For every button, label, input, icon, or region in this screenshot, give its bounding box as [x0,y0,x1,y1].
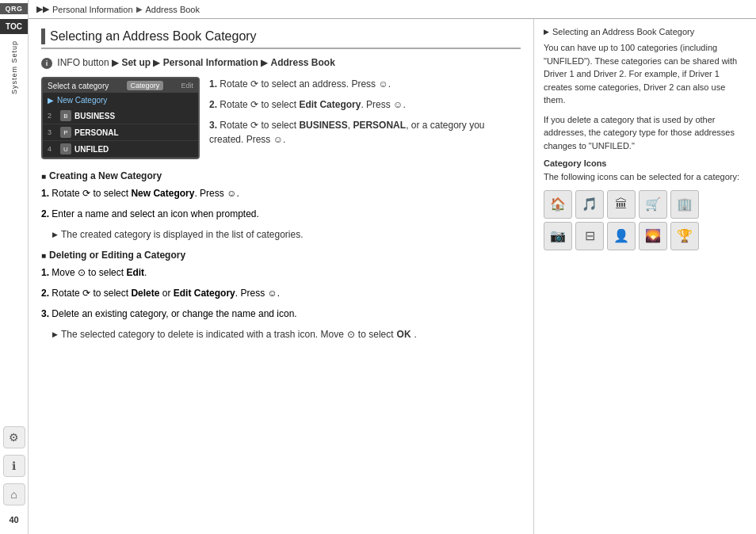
step-2-bold: Edit Category [299,99,361,110]
sidebar: QRG TOC System Setup ⚙ ℹ ⌂ 40 [0,0,29,534]
category-icons-grid: 🏠 🎵 🏛 🛒 🏢 📷 ⊟ 👤 🌄 🏆 [544,190,746,250]
screen-category-btn[interactable]: Category [127,81,164,90]
device-screen: Select a category Category Edit ▶ New Ca… [41,77,200,159]
creating-step-2: 2. Enter a name and select an icon when … [41,207,521,221]
section-heading: Selecting an Address Book Category [41,29,521,49]
cat-icon-8: 👤 [607,222,636,250]
sidebar-info-icon[interactable]: ℹ [3,455,25,477]
cat-icon-3: 🏛 [607,190,636,219]
deleting-heading: Deleting or Editing a Category [41,250,521,261]
deleting-move-icon2: ⊙ [347,327,355,341]
row-label-unfiled: UNFILED [74,145,109,154]
row-label-personal: PERSONAL [74,128,119,137]
cat-icon-5: 🏢 [670,190,699,219]
cat-icon-4: 🛒 [639,190,667,219]
sidebar-wrench-icon[interactable]: ⚙ [3,426,25,448]
step-2-num: 2. [209,99,217,110]
cat-icon-10: 🏆 [670,222,699,250]
right-panel-icons-sub: The following icons can be selected for … [544,170,746,184]
creating-rotate-icon: ⟳ [82,188,90,199]
deleting-step-3-num: 3. [41,308,49,319]
cat-icon-7: ⊟ [575,222,604,250]
deleting-step-2-num: 2. [41,288,49,299]
new-category-arrow: ▶ [48,96,54,105]
creating-bold: New Category [131,188,194,199]
row-icon-business: B [60,110,71,121]
step-3: 3. Rotate ⟳ to select BUSINESS, PERSONAL… [209,118,521,147]
creating-section: Creating a New Category 1. Rotate ⟳ to s… [41,170,521,242]
steps-list: 1. Rotate ⟳ to select an address. Press … [209,77,521,159]
deleting-move-icon: ⊙ [78,267,86,278]
info-path-arrow3: ▶ [261,57,270,68]
right-panel-para1: You can have up to 100 categories (inclu… [544,41,746,107]
creating-sub-text: The created category is displayed in the… [61,227,304,242]
step-2-press-icon: ☺ [393,99,403,110]
creating-step-2-sub: The created category is displayed in the… [41,227,521,242]
creating-heading: Creating a New Category [41,170,521,181]
step-2-rotate-icon: ⟳ [250,99,258,110]
info-path: i INFO button ▶ Set up ▶ Personal Inform… [41,57,521,69]
creating-press-icon: ☺ [227,188,236,199]
screen-row-business: 2 B BUSINESS [43,108,198,124]
screen-and-steps: Select a category Category Edit ▶ New Ca… [41,77,521,159]
deleting-step-2-bold2: Edit Category [174,288,235,299]
step-3-bold1: BUSINESS [299,120,347,131]
row-num-4: 4 [48,145,57,153]
step-2: 2. Rotate ⟳ to select Edit Category. Pre… [209,97,521,112]
creating-step-2-num: 2. [41,208,49,219]
info-path-prefix: INFO button [57,57,109,68]
row-icon-personal: P [60,127,71,138]
breadcrumb-arrows: ▶▶ [36,4,49,14]
left-panel: Selecting an Address Book Category i INF… [29,19,534,534]
info-path-arrow1: ▶ [112,57,121,68]
deleting-step-3: 3. Delete an existing category, or chang… [41,307,521,321]
breadcrumb-item2: Address Book [146,5,200,14]
sidebar-home-icon[interactable]: ⌂ [3,483,25,505]
sidebar-qrg-label: QRG [0,3,28,14]
screen-row-unfiled: 4 U UNFILED [43,141,198,158]
row-num-3: 3 [48,128,57,136]
screen-row-personal: 3 P PERSONAL [43,124,198,141]
main-content: ▶▶ Personal Information ▶ Address Book S… [29,0,756,534]
info-path-setup: Set up [121,57,151,68]
cat-icon-1: 🏠 [544,190,572,219]
row-label-business: BUSINESS [74,112,115,120]
deleting-step-2: 2. Rotate ⟳ to select Delete or Edit Cat… [41,286,521,300]
row-icon-unfiled: U [60,143,71,154]
step-1-press-icon: ☺ [378,78,388,90]
creating-step-1: 1. Rotate ⟳ to select New Category. Pres… [41,186,521,200]
page-number: 40 [9,515,18,524]
deleting-step-3-text: Delete an existing category, or change t… [52,308,296,319]
main-heading-text: Selecting an Address Book Category [50,29,257,44]
deleting-rotate-icon: ⟳ [82,288,90,299]
deleting-step-1: 1. Move ⊙ to select Edit. [41,265,521,280]
cat-icon-9: 🌄 [639,222,667,250]
step-1-rotate-icon: ⟳ [250,78,258,90]
creating-step-1-num: 1. [41,188,49,199]
info-path-address: Address Book [270,57,334,68]
cat-icon-6: 📷 [544,222,572,250]
deleting-step-1-bold: Edit [126,267,144,278]
screen-edit-btn[interactable]: Edit [181,82,193,90]
step-3-num: 3. [209,120,217,131]
step-3-bold2: PERSONAL [353,120,406,131]
sidebar-toc-label[interactable]: TOC [0,19,28,34]
info-path-personal: Personal Information [163,57,258,68]
row-num-2: 2 [48,112,57,120]
breadcrumb-item1: Personal Information [52,5,133,14]
right-panel-icons-heading: Category Icons [544,158,746,168]
cat-icon-2: 🎵 [575,190,604,219]
screen-title: Select a category [48,82,109,90]
info-icon: i [41,58,52,69]
deleting-step-2-bold1: Delete [131,288,159,299]
new-category-label: New Category [57,96,107,105]
content-area: Selecting an Address Book Category i INF… [29,19,756,534]
heading-bar [41,29,45,44]
step-1: 1. Rotate ⟳ to select an address. Press … [209,77,521,91]
breadcrumb-arrow2: ▶ [136,5,143,13]
right-panel-title: Selecting an Address Book Category [544,27,746,36]
info-path-arrow2: ▶ [153,57,162,68]
deleting-section: Deleting or Editing a Category 1. Move ⊙… [41,250,521,341]
sidebar-bottom: ⚙ ℹ ⌂ 40 [3,426,25,534]
screen-header: Select a category Category Edit [43,78,198,93]
